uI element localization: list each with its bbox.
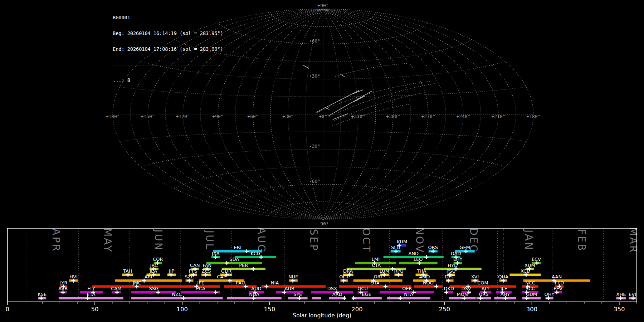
shower-peak-marker [245,249,249,253]
shower-label: SLD [391,245,400,250]
shower-label: GUM [526,292,537,297]
shower-label: DRA [343,268,353,274]
shower-label: ERI [234,245,241,250]
shower-label: CAN [190,263,200,268]
shower-peak-marker [398,296,402,300]
shower-label: PCA [196,286,205,291]
meteor-trail [303,65,308,69]
shower-label: ARI [145,274,152,279]
shower-label: GDR [221,268,231,274]
shower-label: SDA [229,257,239,262]
shower-label: HVI [69,274,78,279]
axis-tick-label: 350 [614,306,625,313]
axis-tick-label: 0 [5,306,9,313]
sky-longitude-label: +330° [351,114,365,119]
shower-label: NDA [249,292,259,297]
month-label: AUG [255,227,267,253]
shower-peak-marker [424,255,428,259]
meteor-trail-arc [329,84,434,117]
meteor-trail [333,114,348,119]
shower-label: JEA [149,268,157,274]
shower-label: ALY [482,286,489,291]
shower-label: DPC [445,274,455,279]
shower-label: OCU [357,286,368,291]
sky-longitude-label: +210° [491,114,505,119]
shower-peak-marker [251,267,255,271]
shower-label: JLE [500,286,507,291]
shower-label: XHE [616,292,626,297]
end-time-line: End: 20260104 17:08:16 (sol = 283.99°) [113,47,223,52]
meteor-count-line: ...: 8 [113,78,223,83]
shower-label: LUM [380,268,389,274]
shower-bar-EGE [352,297,382,299]
sky-pole-bottom-label: -90° [317,221,328,226]
header-separator: ------------------------------------- [113,62,223,68]
shower-label: NUE [288,274,298,279]
shower-label: CAP [217,274,226,279]
shower-label: AND [408,251,419,256]
shower-bar-NZC [131,297,223,299]
shower-label: COM [477,280,488,286]
meteor-trail [353,96,365,102]
station-id: BG0001 [113,15,223,20]
shower-label: JIP [169,268,175,274]
shower-label: LYR [59,280,68,286]
month-label: JUN [152,229,164,252]
month-label: OCT [360,228,372,253]
axis-tick-label: 300 [526,306,538,313]
shower-label: SZC [185,274,194,279]
shower-label: COR [153,257,163,262]
shower-bar-ARI [115,279,182,282]
shower-label: OER [402,286,412,291]
shower-label: EVI [629,292,636,297]
shower-label: PPS [189,268,197,274]
shower-label: KSE [38,292,47,297]
sky-longitude-label: +0° [319,114,327,119]
shower-label: AUD [251,286,261,291]
shower-label: PER [239,263,248,268]
shower-label: NCC [525,280,535,286]
screen: +90°-90°+180°+150°+120°+90°+60°+30°+0°+3… [0,0,644,322]
observation-header: BG0001 Beg: 20260104 16:14:19 (sol = 283… [113,5,223,93]
shower-label: SSG [149,286,159,291]
shower-label: STA [371,280,380,286]
shower-label: NTA [404,292,413,297]
shower-label: OCT [339,274,349,279]
shower-bar-URS [477,297,491,299]
shower-label: ORI [374,274,382,279]
shower-label: AAN [552,274,562,279]
shower-peak-marker [264,284,268,288]
shower-label: CAM [111,286,121,291]
shower-label: SPE [293,292,302,297]
shower-label: ECV [532,257,541,262]
sky-longitude-label: +90° [212,114,223,119]
shower-label: PSU [447,268,456,274]
shower-peak-marker [225,261,229,265]
month-label: MAY [102,228,113,253]
shower-label: ZCS [201,268,211,274]
shower-bar-SDA [206,262,262,264]
month-label: APR [50,228,62,253]
axis-title: Solar longitude (deg) [293,312,351,319]
shower-bar-NTA [387,297,430,299]
shower-label: AUR [285,286,294,291]
shower-peak-marker [228,279,232,283]
sky-latitude-label: +30° [309,73,320,79]
shower-label: URS [479,292,489,297]
sky-latitude-label: +60° [309,38,320,44]
shower-bar-KCG [235,256,276,259]
shower-label: XUM [525,263,535,268]
shower-label: AMO [419,274,430,279]
shower-label: DSV [462,286,471,291]
axis-tick-label: 50 [91,306,99,313]
shower-label: FEV [553,286,562,291]
shower-label: DSX [327,286,337,291]
shower-label: QUA [498,274,508,279]
sky-longitude-label: +30° [282,114,293,119]
shower-label: DAD [451,251,461,256]
sky-longitude-label: +180° [106,114,119,119]
sky-longitude-label: +180° [526,114,540,119]
shower-label: JXA [211,251,220,256]
sky-longitude-label: +120° [176,114,190,119]
shower-bar-STA [339,285,411,288]
